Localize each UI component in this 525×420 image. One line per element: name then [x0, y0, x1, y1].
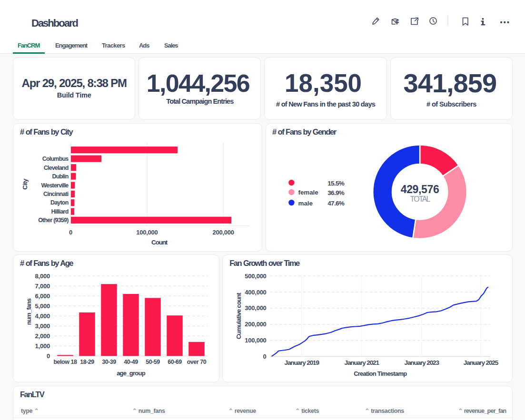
svg-text:47.6%: 47.6%	[327, 200, 345, 207]
svg-text:3,000: 3,000	[35, 322, 50, 329]
svg-text:age_group: age_group	[117, 370, 146, 377]
svg-text:0: 0	[263, 353, 267, 360]
svg-text:January 2023: January 2023	[405, 359, 440, 366]
svg-text:num_fans: num_fans	[25, 298, 32, 325]
svg-text:below 18: below 18	[53, 359, 77, 365]
svg-text:Creation Timestamp: Creation Timestamp	[354, 370, 407, 377]
svg-text:15.5%: 15.5%	[327, 180, 345, 187]
svg-text:male: male	[298, 200, 313, 207]
svg-text:50-59: 50-59	[146, 359, 160, 365]
svg-text:400,000: 400,000	[245, 288, 267, 295]
svg-text:Westerville: Westerville	[41, 182, 69, 188]
svg-text:January 2021: January 2021	[345, 359, 380, 366]
svg-text:0: 0	[69, 228, 72, 235]
svg-text:Count: Count	[151, 239, 168, 246]
svg-text:Dayton: Dayton	[50, 199, 69, 206]
svg-text:female: female	[298, 189, 318, 196]
svg-text:429,576: 429,576	[401, 183, 439, 195]
svg-text:Cincinnati: Cincinnati	[43, 191, 69, 197]
svg-text:Cumulative count: Cumulative count	[235, 292, 242, 339]
svg-text:January 2019: January 2019	[285, 359, 319, 366]
svg-text:8,000: 8,000	[35, 272, 50, 279]
svg-text:30-39: 30-39	[102, 359, 116, 365]
svg-text:500,000: 500,000	[245, 272, 267, 279]
svg-text:4,000: 4,000	[35, 312, 50, 319]
svg-text:18-29: 18-29	[80, 359, 94, 365]
svg-text:100,000: 100,000	[245, 337, 267, 344]
svg-text:Cleveland: Cleveland	[44, 164, 69, 171]
svg-text:36.9%: 36.9%	[327, 189, 345, 196]
svg-text:Hilliard: Hilliard	[51, 208, 69, 215]
svg-text:Dublin: Dublin	[52, 173, 68, 180]
svg-text:Other (9359): Other (9359)	[38, 217, 69, 224]
svg-text:2,000: 2,000	[35, 332, 50, 339]
svg-text:1,000: 1,000	[35, 342, 50, 349]
svg-text:over 70: over 70	[187, 359, 207, 365]
svg-text:TOTAL: TOTAL	[410, 195, 430, 203]
svg-text:7,000: 7,000	[35, 282, 50, 289]
svg-text:100,000: 100,000	[136, 228, 158, 235]
svg-text:40-49: 40-49	[124, 359, 138, 365]
svg-text:0: 0	[47, 352, 50, 359]
svg-text:City: City	[21, 178, 29, 190]
svg-text:200,000: 200,000	[245, 321, 267, 328]
svg-text:200,000: 200,000	[213, 228, 234, 235]
svg-text:January 2025: January 2025	[464, 359, 499, 366]
svg-text:5,000: 5,000	[35, 302, 50, 309]
svg-text:6,000: 6,000	[35, 292, 50, 299]
svg-text:Columbus: Columbus	[42, 156, 69, 162]
svg-text:300,000: 300,000	[245, 304, 267, 312]
svg-text:60-69: 60-69	[168, 359, 182, 365]
